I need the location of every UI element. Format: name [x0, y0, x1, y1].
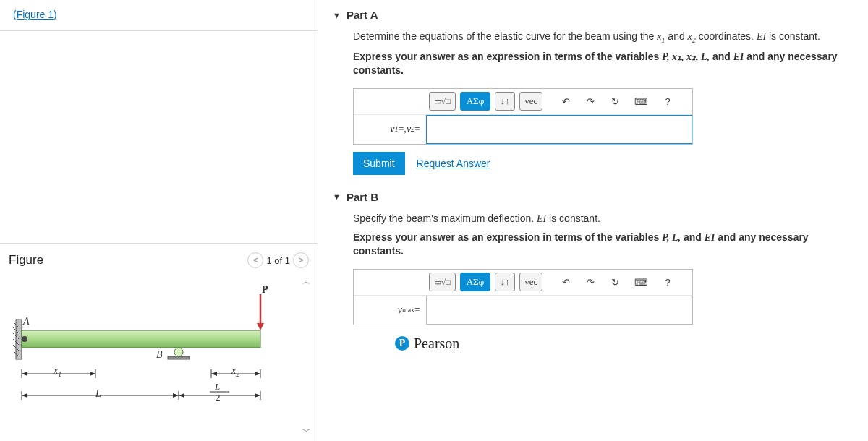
svg-marker-26 — [211, 372, 217, 376]
answer-label-b: vmax = — [354, 296, 426, 325]
part-b-header[interactable]: ▼ Part B — [333, 188, 861, 212]
caret-down-icon: ▼ — [333, 192, 341, 201]
scroll-up-icon[interactable]: ︿ — [300, 275, 312, 287]
svg-marker-11 — [257, 323, 264, 330]
spacer — [0, 31, 318, 243]
figure-pager: < 1 of 1 > — [247, 252, 309, 268]
svg-point-12 — [22, 336, 27, 342]
svg-marker-31 — [255, 393, 260, 398]
vec-button[interactable]: vec — [519, 92, 542, 111]
greek-button[interactable]: ΑΣφ — [460, 273, 490, 291]
subscript-button[interactable]: ↓↑ — [495, 92, 515, 111]
answer-input-b[interactable] — [426, 296, 692, 325]
svg-point-8 — [174, 348, 183, 356]
label-P: P — [262, 284, 268, 296]
label-Lhalf-num: L — [215, 381, 220, 393]
submit-button-a[interactable]: Submit — [353, 152, 405, 175]
pearson-name: Pearson — [414, 335, 459, 352]
pearson-logo-icon: P — [395, 336, 409, 351]
svg-rect-7 — [22, 330, 260, 348]
figure-link[interactable]: (Figure 1) — [13, 9, 57, 20]
part-b-prompt-2: Express your answer as an expression in … — [353, 231, 861, 259]
scroll-down-icon[interactable]: ﹀ — [300, 425, 312, 437]
pager-prev-button[interactable]: < — [247, 252, 263, 268]
toolbar-a: ▭√□ ΑΣφ ↓↑ vec ↶ ↷ ↻ ⌨ ? — [354, 89, 692, 115]
svg-marker-22 — [173, 393, 179, 398]
figure-diagram: P A B x1 x2 L L 2 — [9, 280, 276, 417]
answer-box-b: ▭√□ ΑΣφ ↓↑ vec ↶ ↷ ↻ ⌨ ? vmax = — [353, 269, 693, 325]
pearson-brand: P Pearson — [395, 335, 861, 352]
pager-next-button[interactable]: > — [293, 252, 309, 268]
svg-marker-21 — [22, 393, 27, 398]
toolbar-b: ▭√□ ΑΣφ ↓↑ vec ↶ ↷ ↻ ⌨ ? — [354, 270, 692, 296]
template-button[interactable]: ▭√□ — [429, 273, 456, 291]
redo-button[interactable]: ↷ — [580, 273, 600, 291]
redo-button[interactable]: ↷ — [580, 92, 600, 111]
template-button[interactable]: ▭√□ — [429, 92, 456, 111]
vec-button[interactable]: vec — [519, 273, 542, 291]
figure-reference: (Figure 1) — [0, 0, 318, 31]
part-a-prompt-1: Determine the equations of the elastic c… — [353, 30, 861, 46]
greek-button[interactable]: ΑΣφ — [460, 92, 490, 111]
label-x1: x1 — [54, 365, 61, 378]
pager-label: 1 of 1 — [266, 255, 290, 266]
label-B: B — [156, 349, 163, 361]
figure-title: Figure — [9, 253, 43, 267]
label-L: L — [95, 388, 101, 400]
keyboard-button[interactable]: ⌨ — [629, 92, 653, 111]
svg-marker-17 — [90, 372, 95, 376]
request-answer-link-a[interactable]: Request Answer — [417, 158, 490, 169]
svg-marker-30 — [179, 393, 184, 398]
subscript-button[interactable]: ↓↑ — [495, 273, 515, 291]
label-x2: x2 — [231, 365, 239, 378]
answer-box-a: ▭√□ ΑΣφ ↓↑ vec ↶ ↷ ↻ ⌨ ? v1 =, v2 = — [353, 88, 693, 145]
help-button[interactable]: ? — [658, 273, 678, 291]
reset-button[interactable]: ↻ — [605, 92, 625, 111]
part-a-header[interactable]: ▼ Part A — [333, 6, 861, 30]
caret-down-icon: ▼ — [333, 11, 341, 20]
svg-rect-9 — [168, 356, 190, 359]
label-A: A — [23, 316, 30, 327]
reset-button[interactable]: ↻ — [605, 273, 625, 291]
label-Lhalf-den: 2 — [216, 392, 221, 403]
part-a-title: Part A — [346, 9, 378, 21]
part-a-prompt-2: Express your answer as an expression in … — [353, 50, 861, 78]
answer-label-a: v1 =, v2 = — [354, 115, 426, 144]
svg-marker-27 — [255, 372, 260, 376]
svg-marker-16 — [22, 372, 27, 376]
keyboard-button[interactable]: ⌨ — [629, 273, 653, 291]
answer-input-a[interactable] — [426, 115, 692, 144]
undo-button[interactable]: ↶ — [556, 92, 576, 111]
part-b-prompt-1: Specify the beam's maximum deflection. E… — [353, 212, 861, 226]
help-button[interactable]: ? — [658, 92, 678, 111]
undo-button[interactable]: ↶ — [556, 273, 576, 291]
part-b-title: Part B — [346, 191, 378, 203]
